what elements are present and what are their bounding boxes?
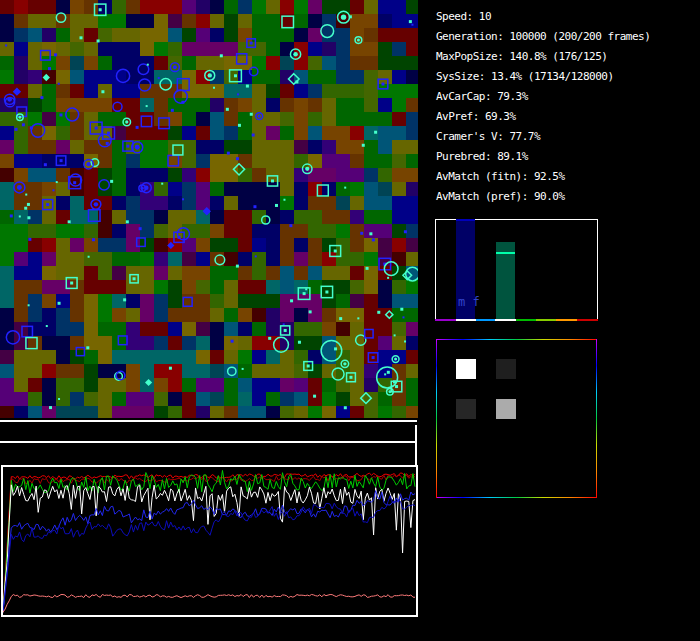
stats-panel: Speed: 10 Generation: 100000 (200/200 fr…: [436, 10, 650, 210]
stat-avmatch-fitn: AvMatch (fitn): 92.5%: [436, 170, 650, 190]
stat-generation: Generation: 100000 (200/200 frames): [436, 30, 650, 50]
stat-speed: Speed: 10: [436, 10, 650, 30]
phenotype-axis: [435, 319, 598, 321]
separator-line-top: [0, 420, 417, 422]
separator-line-middle: [0, 441, 417, 443]
stat-avpref: AvPref: 69.3%: [436, 110, 650, 130]
bar-label-mf: m f: [458, 295, 480, 309]
matrix-border-right: [596, 339, 597, 498]
history-chart-canvas: [3, 467, 416, 615]
matrix-cell-mf: [496, 359, 516, 379]
history-chart-frame: [1, 465, 418, 617]
world-grid-canvas: [0, 0, 418, 418]
preference-marker: [496, 252, 515, 254]
stat-purebred: Purebred: 89.1%: [436, 150, 650, 170]
matrix-border-left: [436, 339, 437, 498]
stat-cramers-v: Cramer's V: 77.7%: [436, 130, 650, 150]
matrix-border-top: [436, 339, 597, 340]
matrix-border-bottom: [436, 497, 597, 498]
stat-syssize: SysSize: 13.4% (17134/128000): [436, 70, 650, 90]
matrix-cell-fm: [456, 399, 476, 419]
stat-avcarcap: AvCarCap: 79.3%: [436, 90, 650, 110]
matrix-cell-mm: [456, 359, 476, 379]
separator-line-vertical: [415, 425, 417, 465]
stat-maxpopsize: MaxPopSize: 140.8% (176/125): [436, 50, 650, 70]
matrix-cell-ff: [496, 399, 516, 419]
stat-avmatch-pref: AvMatch (pref): 90.0%: [436, 190, 650, 210]
